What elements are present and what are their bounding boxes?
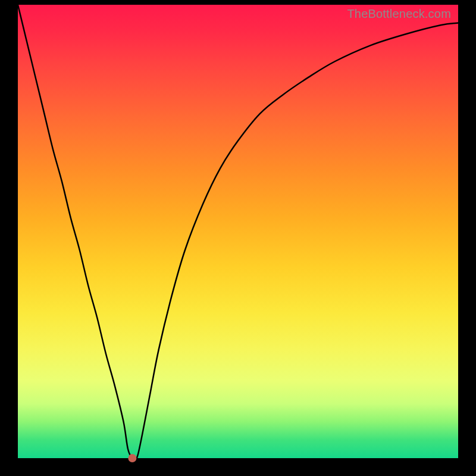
minimum-marker [128,454,136,462]
bottleneck-curve [18,5,458,460]
plot-area: TheBottleneck.com [18,5,458,458]
chart-stage: TheBottleneck.com [0,0,476,476]
curve-layer [18,5,458,458]
